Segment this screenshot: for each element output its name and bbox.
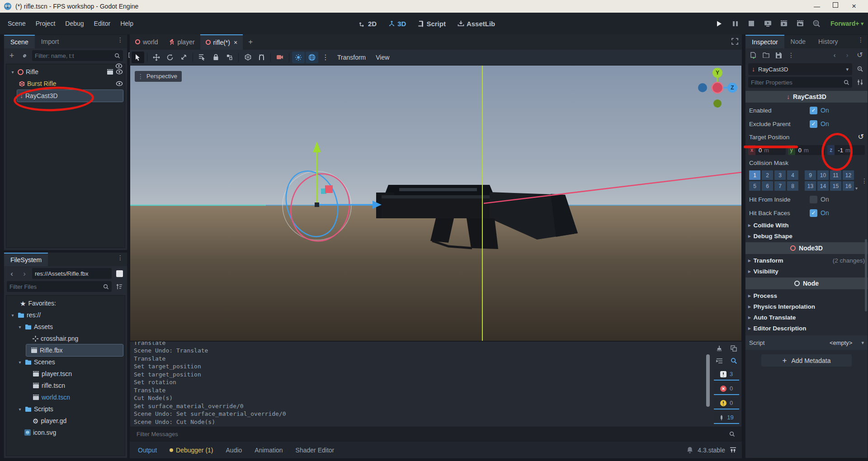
log-scrollbar[interactable]: [706, 354, 710, 407]
message-count-badge[interactable]: 3: [714, 369, 739, 381]
expand-viewport-icon[interactable]: [728, 36, 742, 47]
renderer-dropdown[interactable]: Forward+ ▾: [827, 20, 863, 27]
edited-count-badge[interactable]: 19: [714, 412, 739, 424]
group-collide-with[interactable]: ▸ Collide With: [745, 220, 868, 230]
move-tool-icon[interactable]: [150, 52, 163, 63]
search-log-icon[interactable]: [728, 356, 739, 366]
add-node-button[interactable]: +: [7, 50, 17, 61]
remote-debug-icon[interactable]: [762, 18, 774, 29]
section-node[interactable]: Node: [745, 278, 868, 289]
target-position-y[interactable]: y 0 m: [788, 145, 826, 155]
exclude-parent-checkbox[interactable]: ✓: [810, 120, 817, 128]
clear-log-icon[interactable]: [714, 343, 725, 353]
fs-row-icon-svg[interactable]: icon.svg: [6, 427, 125, 438]
visibility-eye-icon[interactable]: [115, 64, 123, 69]
scene-tab-player[interactable]: player: [163, 34, 200, 50]
fs-row-rifle-fbx[interactable]: Rifle.fbx: [26, 344, 123, 356]
snap-object-icon[interactable]: [241, 52, 254, 63]
save-icon[interactable]: [774, 50, 783, 61]
play-scene-button[interactable]: [778, 18, 790, 29]
fs-row-scripts[interactable]: ▾ Scripts: [6, 403, 125, 415]
resource-options-icon[interactable]: ⋮: [786, 50, 796, 61]
new-scene-tab-button[interactable]: +: [243, 34, 258, 50]
edited-node-selector[interactable]: ↓ RayCast3D ▾: [748, 63, 852, 75]
tab-scene[interactable]: Scene: [4, 35, 35, 48]
property-filter-input[interactable]: [751, 79, 844, 86]
new-resource-icon[interactable]: [748, 50, 758, 61]
target-position-x[interactable]: x 0 m: [748, 145, 786, 155]
mask-cell[interactable]: 16: [843, 181, 854, 191]
add-metadata-button[interactable]: + Add Metadata: [761, 354, 852, 367]
fs-row-crosshair[interactable]: crosshair.png: [6, 333, 125, 344]
group-transform[interactable]: ▸ Transform (2 changes): [745, 255, 868, 266]
close-button[interactable]: ×: [850, 2, 858, 10]
minimize-button[interactable]: —: [813, 2, 821, 10]
property-filter[interactable]: [748, 77, 852, 88]
scale-tool-icon[interactable]: [177, 52, 190, 63]
rotate-tool-icon[interactable]: [164, 52, 176, 63]
history-back-icon[interactable]: ‹: [830, 50, 840, 61]
fs-row-favorites[interactable]: ★ Favorites:: [6, 297, 125, 309]
message-filter-input[interactable]: [137, 431, 729, 437]
tab-filesystem[interactable]: FileSystem: [4, 253, 48, 266]
inspector-scrollbar[interactable]: [865, 239, 867, 311]
mask-cell[interactable]: 6: [762, 181, 773, 191]
pause-button[interactable]: [729, 18, 741, 29]
target-position-z[interactable]: z -1 m: [827, 145, 865, 155]
tab-output[interactable]: Output: [132, 444, 162, 456]
sort-files-icon[interactable]: [114, 281, 124, 292]
nav-forward-icon[interactable]: ›: [19, 268, 29, 279]
workspace-script[interactable]: Script: [415, 18, 448, 29]
visibility-eye-icon[interactable]: [116, 81, 123, 86]
3d-viewport[interactable]: Y Z ⋮ Perspective: [130, 65, 742, 341]
snap-magnet-icon[interactable]: [255, 52, 268, 63]
tab-history[interactable]: History: [812, 35, 844, 48]
fs-row-scenes[interactable]: ▾ Scenes: [6, 356, 125, 368]
select-tool-icon[interactable]: [132, 52, 144, 63]
tree-row-rifle[interactable]: ▾ Rifle: [6, 66, 125, 78]
instance-scene-icon[interactable]: [19, 50, 29, 61]
notification-bell-icon[interactable]: [687, 447, 693, 453]
mask-cell[interactable]: 15: [830, 181, 841, 191]
mask-options-icon[interactable]: ⋮: [858, 176, 868, 186]
transform-menu[interactable]: Transform: [333, 54, 370, 61]
workspace-3d[interactable]: 3D: [386, 18, 409, 29]
mask-cell[interactable]: 10: [817, 170, 829, 180]
chevron-down-icon[interactable]: ▾: [10, 313, 15, 318]
error-count-badge[interactable]: 0: [714, 383, 739, 395]
movie-maker-icon[interactable]: [811, 18, 822, 29]
hit-from-inside-checkbox[interactable]: [810, 196, 817, 203]
nav-back-icon[interactable]: ‹: [7, 268, 17, 279]
group-icon[interactable]: [223, 52, 236, 63]
chevron-down-icon[interactable]: ▾: [17, 360, 23, 365]
message-filter[interactable]: [134, 429, 738, 440]
section-raycast3d[interactable]: ↓ RayCast3D: [745, 91, 868, 103]
view-menu[interactable]: View: [371, 54, 394, 61]
group-process[interactable]: ▸ Process: [745, 290, 868, 301]
scene-tab-world[interactable]: world: [130, 34, 163, 50]
workspace-2d[interactable]: 2D: [356, 18, 379, 29]
scene-tab-rifle[interactable]: rifle(*) ×: [200, 34, 243, 50]
tab-import[interactable]: Import: [35, 35, 66, 48]
filesystem-menu-icon[interactable]: ⋮: [113, 253, 127, 266]
mask-cell[interactable]: 11: [830, 170, 841, 180]
output-log[interactable]: Translate Scene Undo: Translate Translat…: [130, 342, 712, 427]
environment-toggle-icon[interactable]: [306, 52, 318, 63]
fs-row-res[interactable]: ▾ res://: [6, 309, 125, 321]
stop-button[interactable]: [745, 18, 757, 29]
scene-filter[interactable]: [32, 50, 123, 61]
projection-selector[interactable]: ⋮ Perspective: [135, 71, 182, 82]
mask-cell[interactable]: 12: [843, 170, 854, 180]
copy-log-icon[interactable]: [728, 343, 739, 353]
lock-icon[interactable]: [209, 52, 222, 63]
group-physics-interpolation[interactable]: ▸ Physics Interpolation: [745, 301, 868, 312]
chevron-down-icon[interactable]: ▾: [17, 407, 23, 412]
expand-bottom-panel-icon[interactable]: [730, 447, 736, 453]
inspector-menu-icon[interactable]: ⋮: [854, 35, 868, 48]
tab-debugger[interactable]: Debugger (1): [164, 444, 219, 456]
fs-row-player-gd[interactable]: ⚙ player.gd: [6, 415, 125, 427]
selection-list-icon[interactable]: [196, 52, 208, 63]
file-filter[interactable]: [7, 281, 112, 292]
mask-cell[interactable]: 9: [805, 170, 816, 180]
menu-project[interactable]: Project: [31, 17, 61, 30]
